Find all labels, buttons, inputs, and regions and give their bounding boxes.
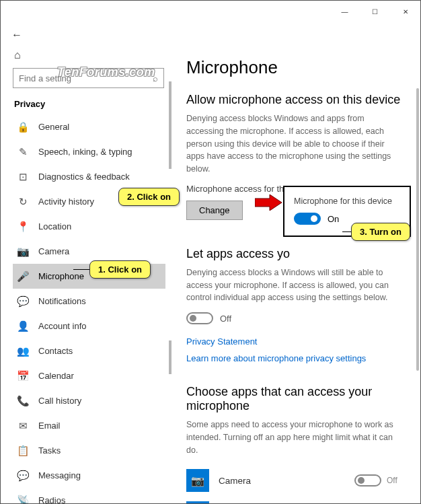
sidebar-item-general[interactable]: 🔒General [13,114,165,139]
main-content: Microphone Allow microphone access on th… [169,48,420,503]
microphone-icon: 🎤 [17,271,29,283]
messaging-icon: 💬 [17,470,29,482]
section3-heading: Choose apps that can access your microph… [186,385,403,413]
app-row-camera: 📷CameraOff [186,464,403,497]
close-button[interactable]: ✕ [390,1,420,22]
camera-app-icon: 📷 [186,469,209,492]
privacy-statement-link[interactable]: Privacy Statement [186,336,403,347]
sidebar-item-call-history[interactable]: 📞Call history [13,388,165,413]
back-button[interactable]: ← [9,27,25,43]
notifications-icon: 💬 [17,295,29,308]
sidebar-item-label: Microphone [38,271,84,281]
toggle-on-icon [294,213,321,225]
section3-desc: Some apps need to access your microphone… [186,419,403,456]
window-titlebar: — ☐ ✕ [1,1,420,22]
app-toggle-state: Off [387,476,403,485]
account-info-icon: 👤 [17,320,29,332]
learn-more-link[interactable]: Learn more about microphone privacy sett… [186,353,403,363]
callout-1: 1. Click on [89,260,151,279]
sidebar-item-label: Contacts [38,346,73,356]
sidebar-item-email[interactable]: ✉Email [13,413,165,438]
app-row-cortana: ○CortanaOff [186,497,403,503]
callout-1-line [73,269,91,270]
camera-icon: 📷 [17,246,29,258]
sidebar-item-label: Call history [38,396,81,406]
sidebar-item-radios[interactable]: 📡Radios [13,488,165,503]
split-scrollbar-top[interactable] [169,81,171,169]
category-header: Privacy [14,99,165,109]
sidebar-item-notifications[interactable]: 💬Notifications [13,289,165,314]
sidebar-item-label: Location [38,221,71,231]
minimize-button[interactable]: — [330,1,360,22]
sidebar-item-contacts[interactable]: 👥Contacts [13,338,165,363]
sidebar-item-label: Messaging [38,470,81,480]
section1-desc: Denying access blocks Windows and apps f… [186,112,403,176]
calendar-icon: 📅 [17,370,29,382]
sidebar-item-label: Email [38,421,61,431]
sidebar-item-account-info[interactable]: 👤Account info [13,314,165,338]
sidebar-item-label: Activity history [38,196,94,207]
sidebar-item-messaging[interactable]: 💬Messaging [13,463,165,488]
apps-access-toggle[interactable]: Off [186,312,403,324]
location-icon: 📍 [17,221,29,233]
call-history-icon: 📞 [17,395,29,407]
home-icon[interactable]: ⌂ [14,49,165,61]
app-toggle[interactable] [354,474,381,487]
contacts-icon: 👥 [17,345,29,357]
maximize-button[interactable]: ☐ [360,1,390,22]
section2-heading: Let apps access yo [186,247,403,261]
red-arrow-icon [255,194,282,211]
popup-title: Microphone for this device [294,196,400,206]
activity-history-icon: ↻ [17,196,29,208]
sidebar-item-label: Diagnostics & feedback [38,172,130,182]
sidebar-item-label: General [38,122,69,132]
sidebar-item-location[interactable]: 📍Location [13,214,165,239]
callout-3: 3. Turn on [351,223,410,241]
callout-2: 2. Click on [118,188,180,206]
sidebar-item-label: Tasks [38,445,61,456]
page-title: Microphone [186,57,403,78]
sidebar-item-label: Account info [38,321,87,331]
cortana-app-icon: ○ [186,501,209,503]
toggle-state: Off [220,314,231,324]
sidebar-item-label: Radios [38,495,65,503]
sidebar-item-label: Notifications [38,296,86,306]
top-bar: ← [1,22,420,48]
section2-desc: Denying access blocks a Windows will sti… [186,266,403,304]
main-scrollbar[interactable] [416,88,419,371]
toggle-off-icon [186,312,213,324]
popup-toggle-state: On [328,214,339,224]
email-icon: ✉ [17,420,29,432]
sidebar-item-label: Speech, inking, & typing [38,147,132,157]
sidebar-item-tasks[interactable]: 📋Tasks [13,438,165,463]
sidebar-item-label: Calendar [38,371,74,381]
change-button[interactable]: Change [186,201,243,220]
radios-icon: 📡 [17,495,29,504]
diagnostics-feedback-icon: ⊡ [17,171,29,183]
watermark: TenForums.com [57,65,155,79]
sidebar-item-speech-inking-typing[interactable]: ✎Speech, inking, & typing [13,139,165,164]
speech-inking-typing-icon: ✎ [17,146,29,158]
svg-marker-0 [255,194,282,211]
section1-heading: Allow microphone access on this device [186,93,403,107]
split-scrollbar-bottom[interactable] [169,340,171,374]
sidebar-item-label: Camera [38,246,69,256]
tasks-icon: 📋 [17,445,29,457]
sidebar-item-diagnostics-feedback[interactable]: ⊡Diagnostics & feedback [13,164,165,189]
general-icon: 🔒 [17,121,29,133]
sidebar-item-calendar[interactable]: 📅Calendar [13,363,165,388]
app-name: Camera [219,476,354,486]
